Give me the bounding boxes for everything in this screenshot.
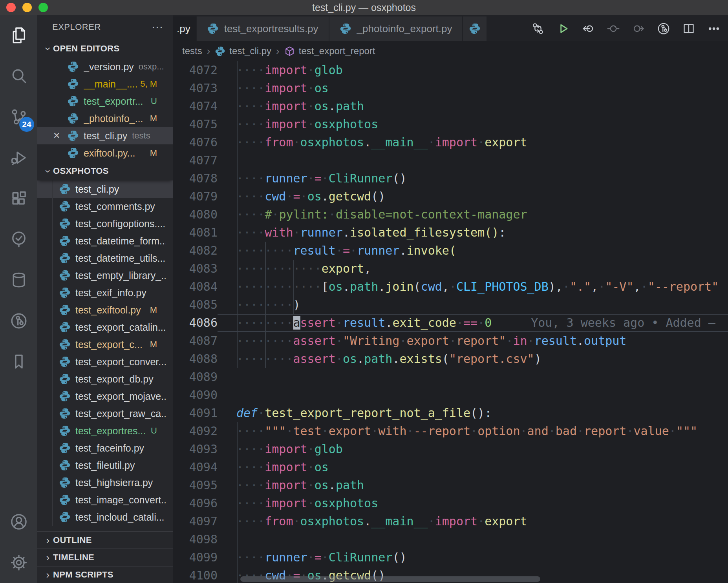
compare-changes-icon[interactable] <box>529 20 547 37</box>
open-editor-item[interactable]: ✕test_cli.pytests <box>37 127 173 144</box>
code-line[interactable]: 4084············[os.path.join(cwd,·CLI_P… <box>173 278 728 296</box>
tree-item[interactable]: test_incloud_catali... <box>37 508 173 526</box>
tree-item[interactable]: test_cli.py <box>37 180 173 198</box>
tree-item[interactable]: test_export_mojave... <box>37 388 173 405</box>
code-line[interactable]: 4078····runner·=·CliRunner() <box>173 169 728 188</box>
tree-item[interactable]: test_empty_library_... <box>37 267 173 284</box>
step-forward-icon[interactable] <box>630 20 647 37</box>
run-python-file-icon[interactable] <box>554 20 572 37</box>
settings-gear-icon[interactable] <box>0 542 37 583</box>
code-line[interactable]: 4074····import·os.path <box>173 97 728 115</box>
database-icon[interactable] <box>0 260 37 301</box>
close-window-icon[interactable] <box>6 3 16 12</box>
horizontal-scrollbar[interactable] <box>240 576 540 582</box>
editor-tab[interactable]: _photoinfo_export.py <box>329 16 463 41</box>
editor-tab[interactable]: .py <box>173 16 196 41</box>
code-line[interactable]: 4096····import·osxphotos <box>173 494 728 512</box>
split-editor-icon[interactable] <box>680 20 697 37</box>
open-editor-item[interactable]: __main__....5, M <box>37 75 173 93</box>
search-icon[interactable] <box>0 56 37 97</box>
sidebar-section-outline[interactable]: ›OUTLINE <box>37 531 173 548</box>
sidebar-bottom-sections: ›OUTLINE›TIMELINE›NPM SCRIPTS <box>37 531 173 583</box>
minimize-window-icon[interactable] <box>22 3 32 12</box>
source-control-icon[interactable]: 24 <box>0 97 37 137</box>
code-line[interactable]: 4093····import·glob <box>173 440 728 458</box>
tree-item[interactable]: test_exiftool.pyM <box>37 301 173 319</box>
tree-item[interactable]: test_highsierra.py <box>37 474 173 491</box>
code-line[interactable]: 4079····cwd·=·os.getcwd() <box>173 188 728 206</box>
open-editor-item[interactable]: _photoinfo_...M <box>37 110 173 127</box>
open-editors-section-header[interactable]: › OPEN EDITORS <box>37 39 173 58</box>
tree-item[interactable]: test_fileutil.py <box>37 457 173 474</box>
close-icon[interactable]: ✕ <box>53 131 67 141</box>
tree-item[interactable]: test_export_conver... <box>37 353 173 370</box>
project-section-header[interactable]: › OSXPHOTOS <box>37 162 173 180</box>
line-number: 4092 <box>173 422 218 440</box>
code-line[interactable]: 4085········) <box>173 296 728 314</box>
run-debug-icon[interactable] <box>0 137 37 178</box>
tree-item[interactable]: test_faceinfo.py <box>37 439 173 457</box>
zoom-window-icon[interactable] <box>38 3 48 12</box>
extensions-icon[interactable] <box>0 178 37 219</box>
open-editor-item[interactable]: exiftool.py...M <box>37 144 173 162</box>
code-line[interactable]: 4091def·test_export_report_not_a_file(): <box>173 404 728 422</box>
breadcrumb-item[interactable]: test_export_report <box>284 46 375 56</box>
breadcrumb-item[interactable]: tests <box>182 46 202 56</box>
code-line[interactable]: 4087········assert·"Writing·export·repor… <box>173 332 728 350</box>
sidebar-section-timeline[interactable]: ›TIMELINE <box>37 548 173 566</box>
code-line[interactable]: 4082········result·=·runner.invoke( <box>173 242 728 260</box>
sidebar-section-npm-scripts[interactable]: ›NPM SCRIPTS <box>37 566 173 583</box>
tree-item[interactable]: test_comments.py <box>37 198 173 215</box>
code-line[interactable]: 4098 <box>173 530 728 548</box>
more-actions-icon[interactable] <box>705 20 723 37</box>
tree-item[interactable]: test_export_catalin... <box>37 319 173 336</box>
code-line[interactable]: 4094····import·os <box>173 458 728 476</box>
line-content: ····import·os.path <box>218 97 728 115</box>
testing-icon[interactable] <box>0 219 37 260</box>
code-line[interactable]: 4088········assert·os.path.exists("repor… <box>173 350 728 368</box>
open-editor-description: osxp... <box>139 62 164 72</box>
open-editor-item[interactable]: test_exportr...U <box>37 93 173 110</box>
breadcrumb-label: test_cli.py <box>229 46 271 56</box>
code-line[interactable]: 4076····from·osxphotos.__main__·import·e… <box>173 133 728 151</box>
code-line[interactable]: 4080····#·pylint:·disable=not-context-ma… <box>173 206 728 224</box>
tree-item[interactable]: test_export_c...M <box>37 336 173 353</box>
code-line[interactable]: 4089 <box>173 368 728 386</box>
tree-item[interactable]: test_image_convert... <box>37 491 173 508</box>
commit-graph-icon[interactable] <box>655 20 672 37</box>
code-line[interactable]: 4073····import·os <box>173 79 728 97</box>
open-editor-item[interactable]: _version.pyosxp... <box>37 58 173 75</box>
tree-item[interactable]: test_exif_info.py <box>37 284 173 301</box>
code-line[interactable]: 4075····import·osxphotos <box>173 115 728 133</box>
tree-item[interactable]: test_exportres...U <box>37 422 173 439</box>
code-line[interactable]: 4083············export, <box>173 260 728 278</box>
code-line[interactable]: 4086········assert·result.exit_code·==·0… <box>173 314 728 332</box>
python-file-icon <box>67 61 79 73</box>
git-status-badge: U <box>151 96 166 106</box>
code-line[interactable]: 4097····from·osxphotos.__main__·import·e… <box>173 512 728 530</box>
step-back-icon[interactable] <box>580 20 597 37</box>
editor-tab[interactable] <box>463 16 487 41</box>
code-line[interactable]: 4077 <box>173 151 728 169</box>
code-line[interactable]: 4072····import·glob <box>173 61 728 79</box>
code-line[interactable]: 4081····with·runner.isolated_filesystem(… <box>173 224 728 242</box>
python-file-icon <box>207 23 219 35</box>
tree-item[interactable]: test_export_raw_ca... <box>37 405 173 422</box>
bookmarks-icon[interactable] <box>0 341 37 382</box>
git-status-badge: U <box>151 426 166 436</box>
tree-item[interactable]: test_configoptions.... <box>37 215 173 232</box>
pause-point-icon[interactable] <box>605 20 622 37</box>
editor-tab[interactable]: test_exportresults.py <box>197 16 329 41</box>
code-line[interactable]: 4095····import·os.path <box>173 476 728 494</box>
account-icon[interactable] <box>0 501 37 542</box>
code-line[interactable]: 4092····"""·test·export·with·--report·op… <box>173 422 728 440</box>
code-line[interactable]: 4099····runner·=·CliRunner() <box>173 548 728 567</box>
code-line[interactable]: 4090 <box>173 386 728 404</box>
tree-item[interactable]: test_datetime_utils.... <box>37 250 173 267</box>
more-actions-icon[interactable]: ⋯ <box>152 21 163 33</box>
tree-item[interactable]: test_datetime_form... <box>37 232 173 250</box>
breadcrumb-item[interactable]: test_cli.py <box>215 46 271 56</box>
tree-item[interactable]: test_export_db.py <box>37 370 173 388</box>
gitlens-icon[interactable] <box>0 301 37 341</box>
explorer-icon[interactable] <box>0 15 37 56</box>
